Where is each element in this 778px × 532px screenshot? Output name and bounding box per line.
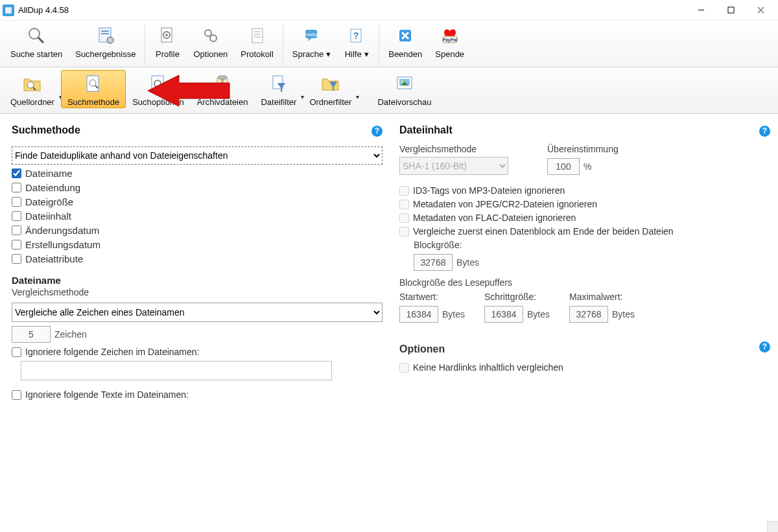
tab-folder-filter[interactable]: Ordnerfilter ▾ <box>303 70 358 108</box>
checkbox-extension[interactable]: Dateiendung <box>12 182 383 193</box>
svg-text:Hello: Hello <box>305 32 317 38</box>
checkbox-ignore-texts[interactable]: Ignoriere folgende Texte im Dateinamen: <box>12 389 383 400</box>
checkbox-content[interactable]: Dateiinhalt <box>12 211 383 222</box>
maxval-input <box>569 306 608 323</box>
checkbox-flac[interactable]: Metadaten von FLAC-Dateien ignorieren <box>399 213 770 223</box>
minimize-button[interactable] <box>686 1 716 20</box>
svg-point-14 <box>205 30 211 36</box>
checkbox-id3[interactable]: ID3-Tags von MP3-Dateien ignorieren <box>399 185 770 196</box>
tab-folder-filter-label: Ordnerfilter <box>309 97 351 107</box>
toolbar-options[interactable]: Optionen <box>187 23 234 60</box>
checkbox-ignore-texts-input[interactable] <box>12 390 21 400</box>
checkbox-extension-input[interactable] <box>12 183 21 192</box>
tab-file-filter-label: Dateifilter <box>261 97 296 107</box>
checkbox-ignore-chars[interactable]: Ignoriere folgende Zeichen im Dateinamen… <box>12 347 383 357</box>
main-method-select[interactable]: Finde Dateiduplikate anhand von Dateieig… <box>12 146 383 165</box>
checkbox-filename[interactable]: Dateiname <box>12 168 383 179</box>
checkbox-hardlink[interactable]: Keine Hardlinks inhaltlich vergleichen <box>399 362 770 373</box>
match-unit: % <box>584 161 591 172</box>
help-icon: ? <box>346 25 368 47</box>
checkbox-attributes-input[interactable] <box>12 254 21 264</box>
toolbar-results[interactable]: Suchergebnisse <box>69 23 142 60</box>
checkbox-ignore-chars-input[interactable] <box>12 347 21 357</box>
help-icon[interactable]: ? <box>759 341 770 353</box>
blocksize-unit: Bytes <box>456 257 479 268</box>
tab-source-folder[interactable]: Quellordner ▾ <box>4 70 61 108</box>
window-controls <box>686 1 775 20</box>
tab-file-filter[interactable]: Dateifilter ▾ <box>254 70 303 108</box>
svg-point-33 <box>89 80 96 86</box>
blocksize-input <box>414 254 453 271</box>
checkbox-filesize-input[interactable] <box>12 197 21 207</box>
scrollbar-corner <box>767 521 778 532</box>
toolbar-donate[interactable]: PayPal Spende <box>429 23 471 60</box>
gear-icon <box>200 25 222 47</box>
toolbar-exit[interactable]: Beenden <box>382 23 429 60</box>
chevron-down-icon: ▾ <box>356 93 359 100</box>
toolbar-exit-label: Beenden <box>388 49 422 59</box>
checkbox-content-input[interactable] <box>12 211 21 221</box>
tab-search-options[interactable]: Suchoptionen <box>126 70 191 108</box>
stepval-input <box>484 306 523 323</box>
right-compare-label: Vergleichsmethode <box>399 144 508 154</box>
close-button[interactable] <box>746 1 775 20</box>
folder-filter-icon <box>320 73 342 95</box>
svg-point-13 <box>165 34 168 36</box>
svg-point-45 <box>401 80 403 83</box>
maximize-button[interactable] <box>716 1 746 20</box>
checkbox-modified-input[interactable] <box>12 226 21 235</box>
svg-rect-35 <box>152 76 163 91</box>
checkbox-hardlink-input <box>399 363 409 373</box>
match-percent-input <box>547 158 580 175</box>
toolbar-protocol[interactable]: Protokoll <box>234 23 280 60</box>
svg-point-10 <box>107 37 113 43</box>
checkbox-filesize[interactable]: Dateigröße <box>12 196 383 207</box>
toolbar-help[interactable]: ? Hilfe▾ <box>337 23 376 60</box>
checkbox-created[interactable]: Erstellungsdatum <box>12 239 383 250</box>
toolbar-profile[interactable]: Profile <box>148 23 187 60</box>
protocol-icon <box>246 25 268 47</box>
tab-source-label: Quellordner <box>10 97 54 107</box>
toolbar-separator <box>142 23 148 65</box>
checkbox-filename-input[interactable] <box>12 168 21 178</box>
toolbar-language[interactable]: Hello Sprache▾ <box>286 23 337 60</box>
startval-label: Startwert: <box>399 292 465 302</box>
svg-marker-22 <box>308 38 311 41</box>
archive-icon <box>211 73 233 95</box>
checkbox-jpeg-input <box>399 200 409 209</box>
checkbox-attributes[interactable]: Dateiattribute <box>12 253 383 264</box>
magnifier-icon <box>25 25 47 47</box>
filename-compare-select[interactable]: Vergleiche alle Zeichen eines Dateinamen <box>12 303 383 322</box>
checkbox-created-input[interactable] <box>12 240 21 249</box>
help-icon[interactable]: ? <box>371 126 383 137</box>
tab-search-options-label: Suchoptionen <box>132 97 184 107</box>
toolbar-separator <box>376 23 382 65</box>
toolbar-help-label: Hilfe <box>345 49 362 59</box>
panel-file-content: Dateiinhalt ? Vergleichsmethode SHA-1 (1… <box>399 122 770 532</box>
buffer-blocksize-label: Blockgröße des Lesepuffers <box>399 277 770 288</box>
document-gear-icon <box>147 73 169 95</box>
tab-preview[interactable]: Dateivorschau <box>371 70 438 108</box>
svg-point-30 <box>27 82 34 88</box>
checkbox-modified[interactable]: Änderungsdatum <box>12 225 383 236</box>
folder-search-icon <box>21 73 43 95</box>
ignore-chars-input[interactable] <box>21 361 332 380</box>
tab-search-method[interactable]: Suchmethode <box>61 70 126 108</box>
toolbar-main: Suche starten Suchergebnisse Profile Opt… <box>0 21 778 67</box>
hash-method-select: SHA-1 (160-Bit) <box>399 157 508 175</box>
match-label: Übereinstimmung <box>547 144 619 154</box>
tab-archive[interactable]: Archivdateien <box>191 70 255 108</box>
svg-text:PayPal: PayPal <box>442 38 458 43</box>
svg-rect-8 <box>101 30 109 32</box>
checkbox-jpeg[interactable]: Metadaten von JPEG/CR2-Dateien ignoriere… <box>399 199 770 209</box>
maxval-label: Maximalwert: <box>569 292 635 302</box>
help-icon[interactable]: ? <box>759 126 770 137</box>
toolbar-search-start[interactable]: Suche starten <box>4 23 69 60</box>
donate-icon: PayPal <box>439 25 461 47</box>
toolbar-language-label: Sprache <box>292 49 324 59</box>
checkbox-end-compare[interactable]: Vergleiche zuerst einen Datenblock am En… <box>399 226 770 237</box>
exit-icon <box>394 25 416 47</box>
toolbar-protocol-label: Protokoll <box>241 49 274 59</box>
checkbox-id3-input <box>399 186 409 196</box>
char-count-input <box>12 326 51 343</box>
